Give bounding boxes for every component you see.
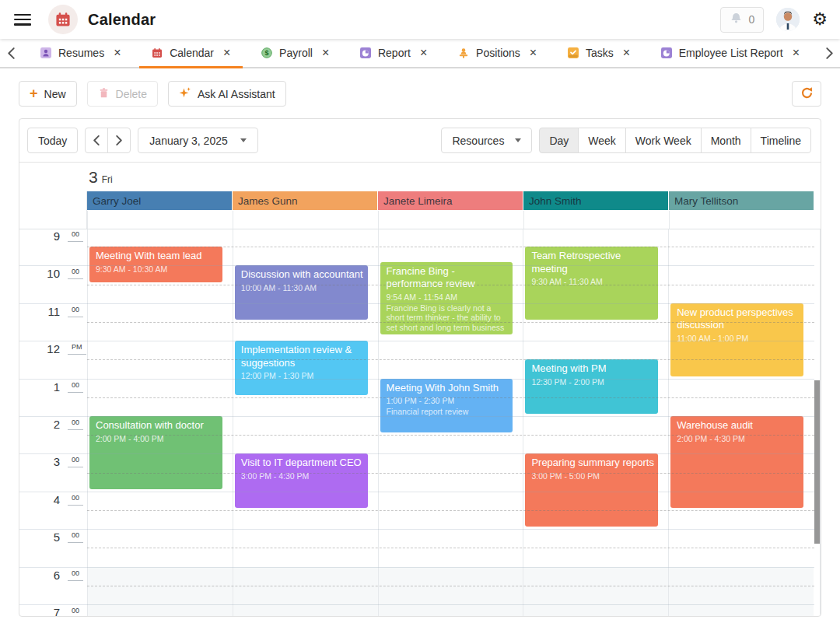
event-time: 12:00 PM - 1:30 PM [241, 371, 365, 381]
non-working-hours-shading [523, 567, 668, 616]
tab-report[interactable]: Report× [346, 39, 441, 67]
tab-resumes[interactable]: Resumes× [26, 39, 135, 67]
time-label-1-00: 100 [19, 380, 83, 394]
event-implementation-review-suggestions[interactable]: Implementation review & suggestions12:00… [235, 341, 368, 395]
all-day-cell[interactable] [378, 211, 523, 229]
event-time: 3:00 PM - 5:00 PM [531, 471, 655, 481]
notifications-button[interactable]: 0 [720, 7, 764, 33]
chevron-down-icon [240, 138, 247, 142]
event-discussion-with-accountant[interactable]: Discussion with accountant10:00 AM - 11:… [235, 265, 368, 320]
tab-positions[interactable]: Positions× [444, 39, 551, 67]
day-name: Fri [102, 174, 113, 185]
tab-label: Payroll [279, 47, 313, 59]
notification-count: 0 [748, 13, 754, 26]
settings-gear-icon[interactable]: ⚙ [812, 11, 828, 28]
date-selector[interactable]: January 3, 2025 [138, 128, 257, 153]
prev-day-button[interactable] [85, 128, 108, 153]
day-number: 3 [89, 168, 98, 187]
tabs-scroll-right-button[interactable] [818, 39, 840, 67]
non-working-hours-shading [669, 567, 814, 616]
tab-close-icon[interactable]: × [420, 47, 427, 59]
tab-close-icon[interactable]: × [623, 47, 630, 59]
tab-close-icon[interactable]: × [322, 47, 329, 59]
tab-calendar[interactable]: Calendar× [138, 39, 244, 67]
event-new-product-perspectives-discussion[interactable]: New product perspectives discussion11:00… [670, 303, 803, 376]
time-label-3-00: 300 [19, 455, 83, 468]
event-meeting-with-pm[interactable]: Meeting with PM12:30 PM - 2:00 PM [525, 359, 658, 414]
view-month-button[interactable]: Month [701, 128, 751, 153]
event-time: 1:00 PM - 2:30 PM [387, 396, 510, 406]
event-title: Francine Bing - performance review [387, 265, 510, 291]
all-day-cell[interactable] [523, 211, 669, 229]
refresh-icon [800, 86, 814, 102]
resource-header-garry-joel: Garry Joel [87, 191, 232, 210]
event-meeting-with-team-lead[interactable]: Meeting With team lead9:30 AM - 10:30 AM [89, 247, 222, 282]
event-title: Team Retrospective meeting [531, 250, 655, 275]
non-working-hours-shading [379, 567, 523, 616]
event-warehouse-audit[interactable]: Warehouse audit2:00 PM - 4:30 PM [670, 416, 803, 508]
event-time: 2:00 PM - 4:30 PM [677, 434, 800, 444]
event-team-retrospective-meeting[interactable]: Team Retrospective meeting9:30 AM - 11:3… [525, 247, 658, 320]
resources-dropdown[interactable]: Resources [441, 128, 532, 153]
refresh-button[interactable] [792, 81, 821, 107]
view-timeline-button[interactable]: Timeline [751, 128, 811, 153]
scheduler-header: 3 Fri Garry JoelJames GunnJanete Limeira… [19, 162, 821, 229]
event-time: 12:30 PM - 2:00 PM [531, 377, 655, 387]
event-meeting-with-john-smith[interactable]: Meeting With John Smith1:00 PM - 2:30 PM… [380, 379, 513, 433]
trash-icon [98, 87, 110, 101]
event-time: 9:54 AM - 11:54 AM [387, 292, 510, 303]
next-day-button[interactable] [107, 128, 131, 153]
view-week-button[interactable]: Week [578, 128, 626, 153]
view-day-button[interactable]: Day [539, 128, 579, 153]
non-working-hours-shading [233, 567, 378, 616]
all-day-cell[interactable] [669, 211, 814, 229]
event-preparing-summary-reports[interactable]: Preparing summary reports3:00 PM - 5:00 … [525, 453, 658, 527]
today-button[interactable]: Today [27, 128, 78, 153]
event-consultation-with-doctor[interactable]: Consultation with doctor2:00 PM - 4:00 P… [89, 416, 222, 489]
app-logo-calendar-icon [48, 5, 78, 34]
plus-icon: + [30, 86, 38, 100]
tab-employee-list-report[interactable]: Employee List Report× [647, 39, 814, 67]
event-title: Meeting With John Smith [387, 382, 510, 395]
tab-label: Tasks [586, 47, 614, 59]
tab-label: Calendar [170, 47, 214, 59]
view-work-week-button[interactable]: Work Week [625, 128, 702, 153]
day-column-janete-limeira[interactable]: Francine Bing - performance review9:54 A… [378, 229, 523, 616]
vertical-scrollbar-thumb[interactable] [814, 380, 820, 544]
day-column-john-smith[interactable]: Team Retrospective meeting9:30 AM - 11:3… [523, 229, 668, 616]
delete-button[interactable]: Delete [87, 81, 158, 107]
event-description: Financial report review [387, 407, 510, 417]
day-column-mary-tellitson[interactable]: New product perspectives discussion11:00… [668, 229, 814, 616]
event-time: 11:00 AM - 1:00 PM [677, 334, 800, 344]
scheduler: Today January 3, 2025 Resources DayWeekW… [19, 118, 821, 617]
tab-tasks[interactable]: Tasks× [554, 39, 644, 67]
event-time: 10:00 AM - 11:30 AM [241, 283, 365, 293]
tab-close-icon[interactable]: × [223, 47, 230, 59]
hamburger-menu-icon[interactable] [14, 14, 31, 26]
event-francine-bing-performance-review[interactable]: Francine Bing - performance review9:54 A… [380, 262, 513, 335]
tab-close-icon[interactable]: × [530, 47, 537, 59]
payroll-dollar-icon: $ [261, 47, 272, 58]
tabs-scroll-left-button[interactable] [0, 39, 22, 67]
day-column-james-gunn[interactable]: Discussion with accountant10:00 AM - 11:… [233, 229, 378, 616]
time-label-9-00: 900 [19, 229, 83, 243]
svg-text:$: $ [265, 49, 269, 57]
view-switcher: DayWeekWork WeekMonthTimeline [539, 128, 811, 153]
time-label-7-00: 700 [19, 606, 83, 616]
all-day-row [19, 211, 821, 229]
positions-icon [458, 47, 469, 58]
event-visit-to-it-department-ceo[interactable]: Visit to IT department CEO3:00 PM - 4:30… [235, 453, 368, 508]
ask-ai-assistant-button[interactable]: Ask AI Assistant [168, 81, 286, 107]
event-title: Preparing summary reports [531, 457, 655, 470]
tab-close-icon[interactable]: × [793, 47, 800, 59]
tab-payroll[interactable]: $Payroll× [247, 39, 343, 67]
day-column-garry-joel[interactable]: Meeting With team lead9:30 AM - 10:30 AM… [87, 229, 233, 616]
all-day-cell[interactable] [233, 211, 378, 229]
user-avatar[interactable] [776, 8, 800, 31]
event-title: Consultation with doctor [96, 419, 219, 432]
new-button[interactable]: + New [19, 81, 77, 107]
tab-close-icon[interactable]: × [114, 47, 121, 59]
calendar-icon [152, 47, 163, 58]
all-day-cell[interactable] [87, 211, 233, 229]
time-label-12-PM: 12PM [19, 342, 86, 355]
